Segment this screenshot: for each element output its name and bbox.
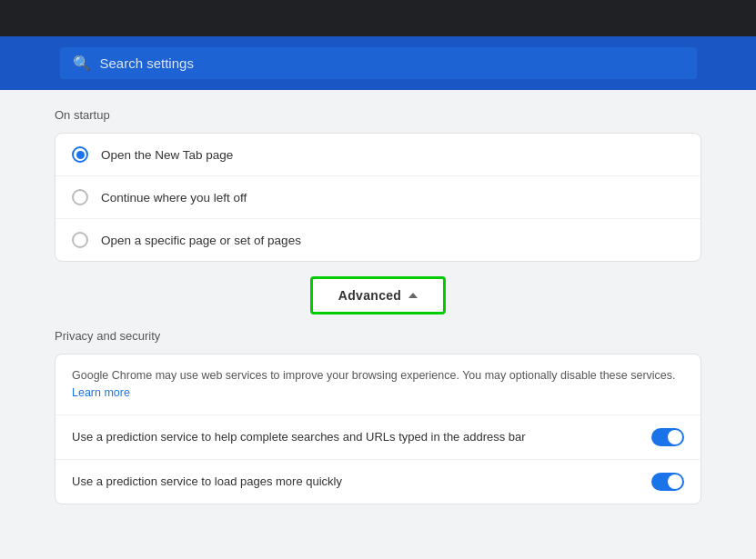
search-bar: 🔍 (60, 47, 697, 79)
search-input[interactable] (100, 55, 684, 71)
radio-circle-new-tab (72, 146, 88, 163)
radio-label-new-tab: Open the New Tab page (101, 148, 233, 162)
privacy-intro: Google Chrome may use web services to im… (55, 354, 701, 415)
toggle-switch-prediction[interactable] (651, 473, 684, 491)
radio-circle-continue (72, 189, 88, 205)
search-icon: 🔍 (73, 55, 91, 72)
radio-label-continue: Continue where you left off (101, 191, 247, 205)
advanced-button-wrapper: Advanced (55, 276, 701, 314)
advanced-button-label: Advanced (338, 288, 401, 303)
privacy-intro-text: Google Chrome may use web services to im… (72, 369, 676, 382)
privacy-card: Google Chrome may use web services to im… (55, 354, 701, 504)
toggle-row-prediction: Use a prediction service to load pages m… (55, 460, 701, 504)
chevron-up-icon (408, 293, 418, 298)
startup-card: Open the New Tab page Continue where you… (55, 133, 701, 262)
radio-continue[interactable]: Continue where you left off (55, 176, 701, 219)
content-area: On startup Open the New Tab page Continu… (0, 90, 756, 523)
title-bar (0, 0, 756, 36)
toggle-row-search: Use a prediction service to help complet… (55, 415, 701, 460)
learn-more-link[interactable]: Learn more (72, 386, 130, 399)
privacy-label: Privacy and security (55, 329, 701, 343)
radio-new-tab[interactable]: Open the New Tab page (55, 134, 701, 176)
radio-specific[interactable]: Open a specific page or set of pages (55, 219, 701, 261)
advanced-button[interactable]: Advanced (310, 276, 446, 314)
toggle-label-search: Use a prediction service to help complet… (72, 430, 651, 444)
toggle-switch-search[interactable] (651, 428, 684, 446)
search-bar-wrapper: 🔍 (0, 36, 756, 90)
radio-circle-specific (72, 232, 88, 248)
on-startup-label: On startup (55, 108, 701, 122)
toggle-label-prediction: Use a prediction service to load pages m… (72, 474, 651, 488)
radio-label-specific: Open a specific page or set of pages (101, 234, 301, 247)
